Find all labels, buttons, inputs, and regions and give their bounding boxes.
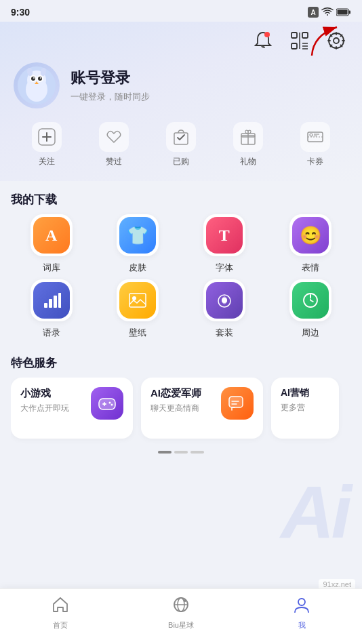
grid-item-suit[interactable]: 套装 (184, 279, 265, 339)
quick-action-coupon[interactable]: 卡券 (295, 122, 336, 167)
notification-button[interactable] (251, 28, 275, 53)
biu-nav-icon (172, 596, 190, 618)
minigame-text: 小游戏 大作点开即玩 (20, 387, 69, 414)
profile-nav-label: 我 (298, 620, 306, 630)
grid-item-quotes[interactable]: 语录 (11, 279, 92, 339)
svg-rect-40 (44, 303, 47, 308)
quick-actions: 关注 赞过 已购 (14, 122, 348, 167)
svg-rect-41 (49, 299, 52, 308)
header-section: 账号登录 一键登录，随时同步 关注 赞过 (0, 22, 362, 181)
download-grid-row1: A 词库 👕 皮肤 T 字体 (11, 214, 351, 274)
quotes-icon (31, 279, 73, 321)
status-time: 9:30 (11, 7, 30, 18)
ai-love-name: AI恋爱军师 (150, 387, 201, 400)
grid-item-peripheral[interactable]: 周边 (270, 279, 352, 339)
status-icons: A (308, 7, 351, 18)
follow-icon (32, 122, 62, 152)
quick-action-gift[interactable]: 礼物 (228, 122, 268, 167)
profile-subtitle: 一键登录，随时同步 (71, 91, 150, 103)
dictionary-icon: A (31, 214, 73, 256)
download-grid-row2: 语录 壁纸 (11, 279, 351, 339)
grid-item-wallpaper[interactable]: 壁纸 (98, 279, 179, 339)
nav-home[interactable]: 首页 (33, 596, 87, 630)
font-label: 字体 (216, 262, 233, 274)
suit-label: 套装 (216, 327, 233, 339)
minigame-desc: 大作点开即玩 (20, 403, 69, 414)
settings-button[interactable] (324, 28, 348, 53)
wallpaper-icon (117, 279, 159, 321)
quick-action-follow[interactable]: 关注 (26, 122, 67, 167)
svg-rect-3 (349, 11, 351, 14)
scroll-dot-1 (158, 451, 172, 454)
svg-text:A: A (310, 9, 315, 16)
grid-item-skin[interactable]: 👕 皮肤 (98, 214, 179, 274)
skin-icon: 👕 (117, 214, 159, 256)
service-ai-marketing[interactable]: AI营销 更多营 (271, 378, 339, 439)
bottom-nav: 首页 Biu星球 我 (0, 588, 362, 644)
svg-rect-55 (229, 397, 243, 407)
svg-rect-50 (99, 399, 115, 409)
grid-item-font[interactable]: T 字体 (184, 214, 265, 274)
svg-point-53 (109, 402, 111, 404)
nav-profile[interactable]: 我 (275, 596, 329, 630)
svg-rect-9 (291, 43, 297, 49)
svg-point-6 (264, 32, 270, 37)
ai-marketing-text: AI营销 更多营 (281, 387, 309, 414)
service-ai-love[interactable]: AI恋爱军师 聊天更高情商 (141, 378, 263, 439)
svg-rect-42 (54, 296, 57, 308)
my-downloads-title: 我的下载 (11, 181, 351, 214)
wallpaper-label: 壁纸 (129, 327, 146, 339)
battery-icon (336, 8, 351, 16)
svg-point-14 (334, 38, 339, 43)
coupon-label: 卡券 (307, 156, 323, 167)
service-minigame[interactable]: 小游戏 大作点开即玩 (11, 378, 133, 439)
minigame-name: 小游戏 (20, 387, 69, 400)
svg-point-24 (40, 77, 41, 79)
follow-label: 关注 (39, 156, 55, 167)
svg-point-54 (111, 404, 113, 406)
nav-biu[interactable]: Biu星球 (154, 596, 208, 630)
ai-marketing-name: AI营销 (281, 387, 309, 399)
ai-love-desc: 聊天更高情商 (150, 403, 201, 414)
svg-point-62 (298, 599, 305, 605)
status-bar: 9:30 A (0, 0, 362, 22)
services-row: 小游戏 大作点开即玩 AI恋爱军师 聊天更高情商 (11, 378, 351, 447)
dictionary-label: 词库 (43, 262, 60, 274)
ai-marketing-desc: 更多营 (281, 402, 309, 414)
liked-icon (99, 122, 129, 152)
quotes-label: 语录 (43, 327, 60, 339)
svg-point-37 (310, 134, 313, 136)
liked-label: 赞过 (106, 156, 122, 167)
svg-point-61 (184, 599, 186, 602)
scan-button[interactable] (287, 28, 312, 53)
grid-item-emoji[interactable]: 😊 表情 (270, 214, 352, 274)
scroll-dot-2 (174, 451, 188, 454)
peripheral-label: 周边 (302, 327, 319, 339)
svg-rect-8 (302, 33, 308, 38)
gift-icon (233, 122, 263, 152)
svg-rect-7 (291, 33, 297, 38)
quick-action-liked[interactable]: 赞过 (94, 122, 134, 167)
gift-label: 礼物 (240, 156, 256, 167)
avatar[interactable] (14, 62, 60, 108)
svg-point-23 (33, 77, 35, 79)
my-downloads-section: 我的下载 A 词库 👕 皮肤 (0, 181, 362, 339)
svg-point-45 (132, 296, 136, 300)
wifi-icon (321, 7, 334, 17)
biu-nav-label: Biu星球 (168, 620, 194, 630)
profile-nav-icon (293, 596, 310, 618)
font-icon: T (203, 214, 245, 256)
home-nav-label: 首页 (53, 620, 68, 630)
special-services-section: 特色服务 小游戏 大作点开即玩 (0, 344, 362, 458)
svg-point-47 (222, 298, 227, 303)
peripheral-icon (289, 279, 331, 321)
quick-action-purchased[interactable]: 已购 (161, 122, 201, 167)
top-icons-row (14, 28, 348, 53)
purchased-icon (166, 122, 196, 152)
emoji-icon: 😊 (289, 214, 331, 256)
profile-info[interactable]: 账号登录 一键登录，随时同步 (71, 68, 150, 103)
ai-badge-section: Ai (0, 458, 362, 566)
home-nav-icon (52, 596, 69, 618)
grid-item-dictionary[interactable]: A 词库 (11, 214, 92, 274)
scroll-dot-3 (190, 451, 204, 454)
